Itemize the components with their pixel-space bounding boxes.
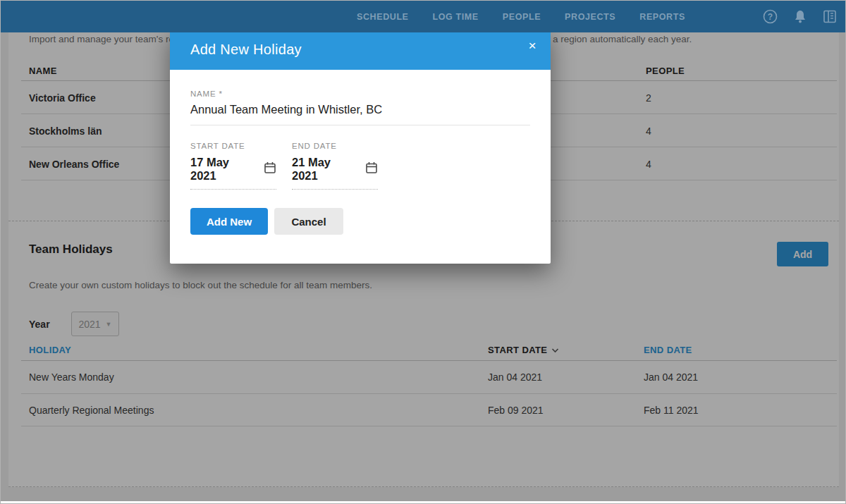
cancel-button[interactable]: Cancel bbox=[274, 208, 343, 235]
close-icon[interactable]: × bbox=[524, 37, 541, 54]
end-date-input[interactable]: 21 May 2021 bbox=[292, 156, 378, 190]
calendar-icon[interactable] bbox=[365, 161, 378, 177]
end-date-field-label: END DATE bbox=[292, 142, 337, 150]
modal-header: Add New Holiday × bbox=[170, 29, 551, 70]
nav-item-log-time[interactable]: LOG TIME bbox=[433, 12, 479, 22]
nav-item-schedule[interactable]: SCHEDULE bbox=[357, 12, 409, 22]
calendar-icon[interactable] bbox=[264, 161, 276, 177]
svg-text:?: ? bbox=[768, 12, 773, 22]
nav-item-reports[interactable]: REPORTS bbox=[639, 12, 685, 22]
notifications-bell-icon[interactable] bbox=[793, 9, 807, 24]
top-nav: SCHEDULE LOG TIME PEOPLE PROJECTS REPORT… bbox=[1, 1, 845, 32]
nav-icons: ? bbox=[763, 1, 837, 32]
nav-item-people[interactable]: PEOPLE bbox=[503, 12, 541, 22]
help-icon[interactable]: ? bbox=[763, 9, 778, 24]
modal-title: Add New Holiday bbox=[190, 29, 302, 70]
app-window: SCHEDULE LOG TIME PEOPLE PROJECTS REPORT… bbox=[0, 0, 846, 504]
nav-item-projects[interactable]: PROJECTS bbox=[565, 12, 615, 22]
name-input[interactable]: Annual Team Meeting in Whistler, BC bbox=[190, 103, 530, 125]
side-panel-icon[interactable] bbox=[823, 9, 837, 24]
start-date-input[interactable]: 17 May 2021 bbox=[190, 156, 276, 190]
add-new-button[interactable]: Add New bbox=[190, 208, 268, 235]
name-field-label: NAME * bbox=[190, 90, 223, 98]
start-date-field-label: START DATE bbox=[190, 142, 245, 150]
nav-links: SCHEDULE LOG TIME PEOPLE PROJECTS REPORT… bbox=[357, 1, 685, 32]
end-date-value: 21 May 2021 bbox=[292, 156, 359, 183]
start-date-value: 17 May 2021 bbox=[190, 156, 257, 183]
add-new-holiday-modal: Add New Holiday × NAME * Annual Team Mee… bbox=[170, 29, 551, 264]
